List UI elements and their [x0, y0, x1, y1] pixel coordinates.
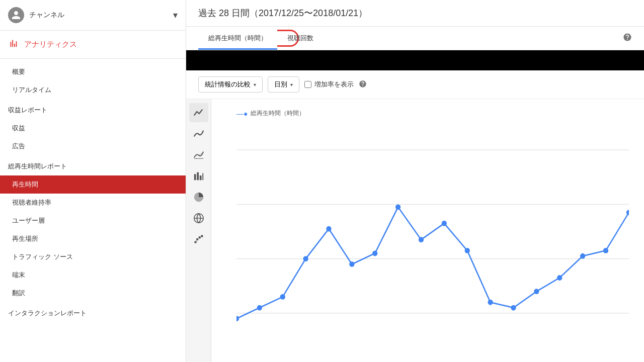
sidebar-item-ads[interactable]: 広告: [0, 137, 186, 155]
sidebar-item-interaction-report[interactable]: インタラクションレポート: [0, 304, 186, 322]
sidebar-item-realtime[interactable]: リアルタイム: [0, 81, 186, 99]
channel-label: チャンネル: [29, 11, 173, 20]
date-range-header: 過去 28 日間（2017/12/25〜2018/01/21）: [186, 0, 644, 27]
sidebar-item-demographics[interactable]: ユーザー層: [0, 212, 186, 230]
sidebar-item-translation[interactable]: 翻訳: [0, 284, 186, 302]
sidebar-item-revenue[interactable]: 収益: [0, 119, 186, 137]
bar-chart-icon[interactable]: [189, 166, 208, 186]
svg-point-21: [280, 294, 285, 300]
chart-area: —● 総再生時間（時間） 8 6 4 2: [186, 99, 644, 362]
compare-stats-button[interactable]: 統計情報の比較 ▾: [198, 76, 263, 93]
analytics-label: アナリティクス: [24, 40, 77, 49]
svg-point-19: [236, 316, 239, 321]
tab-bar: 総再生時間（時間） 視聴回数: [186, 27, 644, 50]
svg-point-25: [372, 250, 377, 256]
svg-rect-2: [197, 172, 199, 180]
tab-views-label: 視聴回数: [287, 34, 313, 42]
line-chart-svg: 8 6 4 2: [236, 123, 629, 340]
tab-views[interactable]: 視聴回数: [277, 27, 324, 50]
globe-chart-icon[interactable]: [189, 209, 208, 228]
svg-point-22: [303, 256, 308, 261]
svg-point-9: [201, 235, 203, 237]
sidebar-nav: 概要 リアルタイム 収益レポート 収益 広告 総再生時間レポート 再生時間 視聴…: [0, 59, 186, 362]
sidebar-item-playback[interactable]: 再生場所: [0, 230, 186, 248]
svg-rect-3: [199, 175, 201, 180]
compare-dropdown-arrow: ▾: [254, 82, 256, 87]
growth-rate-label: 増加率を表示: [314, 80, 354, 89]
sidebar-item-watchtime-report[interactable]: 総再生時間レポート: [0, 157, 186, 175]
sidebar-item-watch-time[interactable]: 再生時間: [0, 175, 186, 194]
chevron-down-icon: ▾: [173, 10, 178, 21]
nav-group-watchtime: 総再生時間レポート 再生時間 視聴者維持率 ユーザー層 再生場所 トラフィック …: [0, 157, 186, 302]
svg-point-23: [326, 226, 331, 232]
svg-point-30: [488, 300, 493, 305]
help-icon[interactable]: [623, 33, 632, 44]
svg-point-35: [603, 248, 608, 253]
sidebar-item-overview[interactable]: 概要: [0, 63, 186, 81]
nav-group-interaction: インタラクションレポート: [0, 304, 186, 322]
svg-point-27: [419, 237, 424, 242]
growth-rate-checkbox-label[interactable]: 増加率を表示: [304, 80, 354, 89]
svg-point-29: [465, 248, 470, 253]
svg-rect-4: [202, 173, 203, 180]
area-chart-icon[interactable]: [189, 145, 208, 164]
nav-group-revenue: 収益レポート 収益 広告: [0, 101, 186, 155]
legend-label-text: 総再生時間（時間）: [251, 109, 305, 118]
smooth-line-chart-icon[interactable]: [189, 124, 208, 143]
redacted-bar: [186, 50, 644, 70]
chart-controls: 統計情報の比較 ▾ 日別 ▾ 増加率を表示: [186, 70, 644, 99]
tab-watch-time[interactable]: 総再生時間（時間）: [198, 27, 277, 50]
sidebar-item-audience-retention[interactable]: 視聴者維持率: [0, 194, 186, 212]
line-chart-icon[interactable]: [189, 103, 208, 122]
date-range-title: 過去 28 日間（2017/12/25〜2018/01/21）: [198, 8, 367, 18]
channel-header[interactable]: チャンネル ▾: [0, 0, 186, 31]
main-content: 過去 28 日間（2017/12/25〜2018/01/21） 総再生時間（時間…: [186, 0, 644, 362]
chart-legend: —● 総再生時間（時間）: [236, 109, 629, 118]
interval-label: 日別: [274, 80, 287, 89]
svg-point-32: [534, 289, 539, 294]
analytics-bar-icon: [8, 38, 19, 51]
svg-point-20: [257, 305, 262, 311]
pie-chart-icon[interactable]: [189, 188, 208, 207]
svg-point-7: [196, 238, 198, 241]
svg-point-10: [196, 240, 197, 242]
legend-line-item: —● 総再生時間（時間）: [236, 109, 305, 118]
svg-point-8: [198, 236, 201, 239]
avatar-icon: [8, 7, 24, 23]
nav-group-main: 概要 リアルタイム: [0, 63, 186, 99]
scatter-chart-icon[interactable]: [189, 230, 208, 249]
analytics-section: アナリティクス: [0, 31, 186, 59]
svg-point-36: [626, 210, 629, 215]
svg-point-34: [580, 253, 585, 259]
chart-svg-container: 8 6 4 2: [236, 123, 629, 340]
growth-rate-checkbox[interactable]: [304, 81, 311, 88]
tab-watch-time-label: 総再生時間（時間）: [208, 34, 267, 42]
svg-rect-1: [194, 174, 196, 180]
sidebar-item-devices[interactable]: 端末: [0, 266, 186, 284]
compare-stats-label: 統計情報の比較: [205, 80, 251, 89]
chart-canvas-area: —● 総再生時間（時間） 8 6 4 2: [211, 99, 644, 362]
sidebar: チャンネル ▾ アナリティクス 概要 リアルタイム 収益レポート 収益 広告 総…: [0, 0, 186, 362]
svg-point-31: [511, 305, 516, 311]
svg-point-26: [395, 204, 400, 210]
interval-dropdown-arrow: ▾: [290, 82, 293, 87]
chart-type-panel: [186, 99, 211, 362]
sidebar-item-revenue-report[interactable]: 収益レポート: [0, 101, 186, 119]
svg-point-28: [442, 221, 447, 226]
sidebar-item-traffic[interactable]: トラフィック ソース: [0, 248, 186, 266]
svg-point-24: [349, 261, 354, 267]
growth-help-icon[interactable]: [359, 80, 367, 89]
interval-button[interactable]: 日別 ▾: [268, 76, 299, 93]
svg-point-33: [557, 275, 562, 281]
